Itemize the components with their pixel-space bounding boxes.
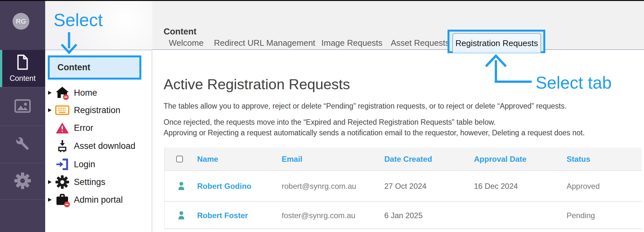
annotation-arrow-down-icon (59, 32, 79, 55)
table-header-row: Name Email Date Created Approval Date St… (165, 148, 642, 171)
section-heading: Active Registration Requests (164, 76, 350, 93)
tree-item-label: Registration (74, 102, 120, 119)
error-icon (54, 119, 70, 137)
avatar[interactable]: RG (13, 13, 29, 30)
note-line-2: Approving or Rejecting a request automat… (164, 128, 585, 138)
row-name-link[interactable]: Robert Godino (197, 171, 251, 202)
rail-item-tools[interactable] (0, 126, 45, 163)
column-header-date-created[interactable]: Date Created (384, 148, 432, 171)
tree-item-label: Asset download (74, 137, 136, 155)
person-icon (176, 202, 186, 228)
annotation-arrow-up-icon (483, 52, 535, 86)
person-icon (176, 171, 186, 201)
table-row: Robert Foster foster@synrg.com.au 6 Jan … (165, 202, 642, 229)
expand-arrow-icon[interactable] (48, 91, 52, 95)
tab-registration-requests[interactable]: Registration Requests (452, 33, 541, 53)
window-top-edge (0, 0, 644, 1)
settings-gear-icon (54, 173, 70, 191)
active-indicator-bar (0, 50, 2, 87)
tree-item-label: Login (74, 156, 95, 173)
registration-requests-table: Name Email Date Created Approval Date St… (164, 148, 641, 229)
tree-item-login[interactable]: Login (45, 156, 152, 173)
row-email: foster@synrg.com.au (282, 202, 355, 229)
keyboard-icon (54, 102, 70, 119)
row-date-created: 6 Jan 2025 (384, 202, 423, 229)
rail-item-content[interactable]: Content (0, 50, 45, 87)
tree-item-label: Error (74, 119, 93, 137)
app-rail: RG Content (0, 0, 45, 232)
document-icon (16, 54, 29, 72)
expand-arrow-icon[interactable] (48, 198, 52, 202)
tree-item-settings[interactable]: Settings (45, 173, 152, 191)
tab-redirect-url-management[interactable]: Redirect URL Management (214, 38, 315, 47)
intro-paragraph: The tables allow you to approve, reject … (164, 101, 567, 111)
row-approval-date: 16 Dec 2024 (474, 171, 518, 202)
annotation-select-label: Select (54, 10, 103, 30)
expand-arrow-icon[interactable] (48, 108, 52, 112)
tree-item-asset-download[interactable]: Asset download (45, 137, 152, 155)
row-date-created: 27 Oct 2024 (384, 171, 427, 202)
expand-arrow-icon[interactable] (48, 180, 52, 184)
row-status: Pending (567, 202, 595, 229)
note-paragraph: Once rejected, the requests move into th… (164, 117, 585, 138)
tree-header-label: Content (57, 57, 90, 78)
table-row: Robert Godino robert@synrg.com.au 27 Oct… (165, 171, 642, 202)
screen: RG Content (0, 0, 644, 232)
tree-item-home[interactable]: Home (45, 84, 152, 102)
image-icon (14, 97, 32, 116)
column-header-email[interactable]: Email (282, 148, 302, 171)
column-header-approval-date[interactable]: Approval Date (474, 148, 527, 171)
tab-asset-requests[interactable]: Asset Requests (391, 38, 449, 47)
tree-item-registration[interactable]: Registration (45, 102, 152, 119)
annotation-box-tree-header: Content (48, 55, 141, 80)
rail-item-images[interactable] (0, 87, 45, 126)
home-icon (54, 84, 70, 102)
page-title: Content (164, 27, 196, 37)
admin-portal-icon (54, 191, 70, 208)
tree-item-label: Settings (74, 173, 106, 191)
tree-item-admin-portal[interactable]: Admin portal (45, 191, 152, 208)
gear-icon (14, 172, 32, 191)
asset-download-icon (54, 137, 70, 155)
note-line-1: Once rejected, the requests move into th… (164, 117, 585, 128)
column-header-name[interactable]: Name (197, 148, 218, 171)
tree-item-label: Admin portal (74, 191, 123, 208)
wrench-icon (14, 135, 32, 154)
tab-welcome[interactable]: Welcome (169, 38, 204, 47)
row-name-link[interactable]: Robert Foster (197, 202, 248, 229)
annotation-select-tab-label: Select tab (536, 73, 612, 92)
row-status: Approved (567, 171, 600, 202)
rail-item-label: Content (10, 74, 36, 83)
row-email: robert@synrg.com.au (282, 171, 356, 202)
column-header-status[interactable]: Status (567, 148, 590, 171)
tree-item-label: Home (74, 84, 97, 102)
tab-image-requests[interactable]: Image Requests (321, 38, 382, 47)
tree-item-error[interactable]: Error (45, 119, 152, 137)
select-all-checkbox[interactable] (176, 156, 183, 162)
rail-item-settings[interactable] (0, 163, 45, 200)
login-icon (54, 156, 70, 173)
